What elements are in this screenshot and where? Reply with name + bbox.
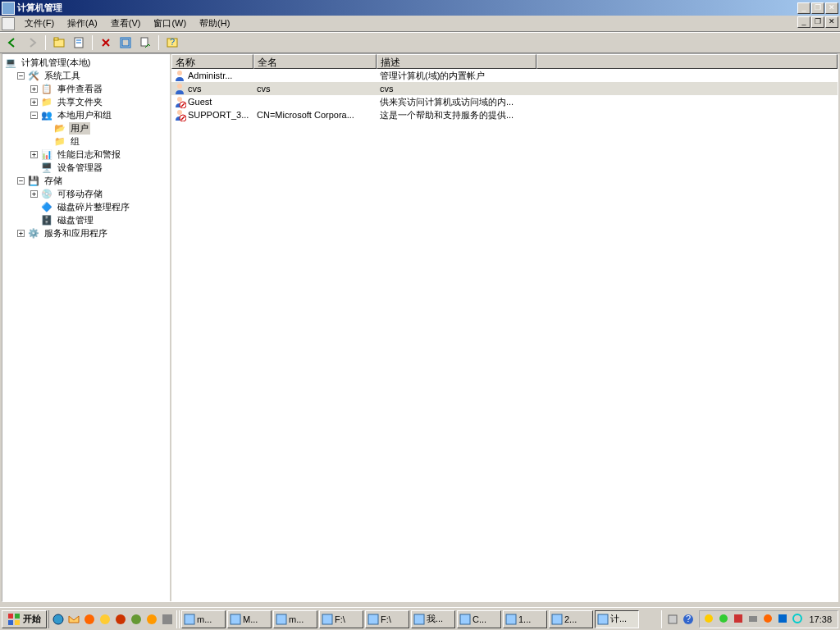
mdi-icon[interactable] [2, 17, 15, 30]
perf-icon: 📊 [40, 148, 53, 161]
close-button[interactable]: ✕ [825, 2, 838, 14]
help-button[interactable]: ? [163, 34, 181, 52]
properties-button[interactable] [70, 34, 88, 52]
svg-rect-27 [185, 614, 194, 624]
tree-shared-folders[interactable]: +📁共享文件夹 [2, 95, 170, 108]
tray-icon[interactable] [718, 613, 731, 626]
user-row[interactable]: cvscvscvs [171, 82, 838, 95]
task-button[interactable]: 2... [549, 610, 593, 628]
tree-root[interactable]: 💻计算机管理(本地) [2, 56, 170, 69]
svg-rect-45 [778, 614, 787, 623]
user-row[interactable]: Administr...管理计算机(域)的内置帐户 [171, 69, 838, 82]
column-fullname[interactable]: 全名 [253, 54, 377, 69]
user-icon [173, 82, 186, 95]
collapse-icon[interactable]: − [17, 177, 25, 185]
task-button[interactable]: F:\ [365, 610, 409, 628]
tree-device-manager[interactable]: 🖥️设备管理器 [2, 161, 170, 174]
app-icon[interactable] [144, 612, 159, 627]
column-name[interactable]: 名称 [171, 54, 253, 69]
svg-rect-32 [414, 614, 424, 624]
column-description[interactable]: 描述 [377, 54, 536, 69]
tree-removable-storage[interactable]: +💿可移动存储 [2, 187, 170, 200]
svg-rect-7 [141, 38, 148, 46]
start-button[interactable]: 开始 [2, 610, 47, 628]
svg-rect-30 [322, 614, 332, 624]
menu-help[interactable]: 帮助(H) [193, 16, 236, 31]
collapse-icon[interactable]: − [30, 112, 38, 119]
forward-button[interactable] [23, 34, 41, 52]
tree-services-apps[interactable]: +⚙️服务和应用程序 [2, 226, 170, 240]
mdi-restore-button[interactable]: ❐ [811, 16, 824, 28]
app-icon[interactable] [129, 612, 144, 627]
tray-icon[interactable] [703, 613, 716, 626]
menu-action[interactable]: 操作(A) [61, 16, 104, 31]
refresh-button[interactable] [116, 34, 135, 52]
svg-point-21 [84, 614, 94, 624]
tree-users[interactable]: 📂用户 [2, 121, 170, 135]
tray-icon[interactable] [733, 613, 746, 626]
expand-icon[interactable]: + [30, 190, 38, 198]
svg-rect-16 [8, 614, 13, 619]
svg-rect-42 [734, 614, 742, 623]
user-row[interactable]: SUPPORT_3...CN=Microsoft Corpora...这是一个帮… [171, 108, 838, 121]
task-button[interactable]: m... [181, 610, 226, 628]
collapse-icon[interactable]: − [17, 72, 25, 80]
svg-point-25 [147, 614, 157, 624]
app-icon[interactable] [113, 612, 128, 627]
outlook-icon[interactable] [66, 612, 81, 627]
tree-storage[interactable]: −💾存储 [2, 174, 170, 187]
task-buttons: m...M...m...F:\F:\我...C...1...2...计... [181, 610, 660, 628]
svg-rect-31 [368, 614, 378, 624]
tray-icon[interactable] [792, 613, 805, 626]
expand-icon[interactable]: + [30, 85, 38, 93]
ie-icon[interactable] [51, 612, 66, 627]
list-pane: 名称 全名 描述 Administr...管理计算机(域)的内置帐户cvscvs… [171, 54, 838, 601]
app-icon[interactable] [665, 612, 680, 627]
task-button[interactable]: M... [227, 610, 272, 628]
expand-icon[interactable]: + [30, 98, 38, 106]
browser-icon[interactable] [98, 612, 112, 627]
task-button[interactable]: 我... [411, 610, 455, 628]
minimize-button[interactable]: _ [797, 2, 810, 14]
user-row[interactable]: Guest供来宾访问计算机或访问域的内... [171, 95, 838, 108]
task-button[interactable]: m... [273, 610, 317, 628]
task-button[interactable]: 计... [595, 610, 639, 628]
tray-icon[interactable] [747, 613, 760, 626]
tree-perf-logs[interactable]: +📊性能日志和警报 [2, 148, 170, 161]
expand-icon[interactable]: + [30, 151, 38, 158]
mdi-close-button[interactable]: ✕ [825, 16, 838, 28]
tree-event-viewer[interactable]: +📋事件查看器 [2, 82, 170, 95]
menu-window[interactable]: 窗口(W) [147, 16, 193, 31]
storage-icon: 💾 [27, 174, 40, 187]
tree-disk-defrag[interactable]: 🔷磁盘碎片整理程序 [2, 200, 170, 213]
up-button[interactable] [50, 34, 68, 52]
tray-icon[interactable] [762, 613, 775, 626]
firefox-icon[interactable] [82, 612, 97, 627]
svg-point-23 [116, 614, 126, 624]
maximize-button[interactable]: ❐ [811, 2, 824, 14]
list-body[interactable]: Administr...管理计算机(域)的内置帐户cvscvscvsGuest供… [171, 69, 838, 601]
expand-icon[interactable]: + [17, 230, 25, 237]
menubar: 文件(F) 操作(A) 查看(V) 窗口(W) 帮助(H) _ ❐ ✕ [0, 16, 840, 32]
task-button[interactable]: F:\ [319, 610, 363, 628]
menu-file[interactable]: 文件(F) [18, 16, 61, 31]
tree-system-tools[interactable]: −🛠️系统工具 [2, 69, 170, 82]
tree-pane[interactable]: 💻计算机管理(本地) −🛠️系统工具 +📋事件查看器 +📁共享文件夹 −👥本地用… [2, 54, 171, 601]
svg-rect-36 [598, 614, 608, 624]
export-button[interactable] [136, 34, 154, 52]
back-button[interactable] [3, 34, 21, 52]
app-icon[interactable] [160, 612, 175, 627]
task-button[interactable]: C... [457, 610, 501, 628]
delete-button[interactable] [97, 34, 115, 52]
app-icon[interactable]: ? [681, 612, 696, 627]
tray-icon[interactable] [777, 613, 790, 626]
svg-rect-29 [276, 614, 286, 624]
clock[interactable]: 17:38 [806, 614, 834, 624]
mdi-minimize-button[interactable]: _ [797, 16, 810, 28]
services-icon: ⚙️ [27, 226, 40, 240]
task-button[interactable]: 1... [503, 610, 547, 628]
tree-groups[interactable]: 📁组 [2, 135, 170, 148]
tree-disk-mgmt[interactable]: 🗄️磁盘管理 [2, 213, 170, 226]
menu-view[interactable]: 查看(V) [104, 16, 148, 31]
tree-local-users-groups[interactable]: −👥本地用户和组 [2, 108, 170, 121]
